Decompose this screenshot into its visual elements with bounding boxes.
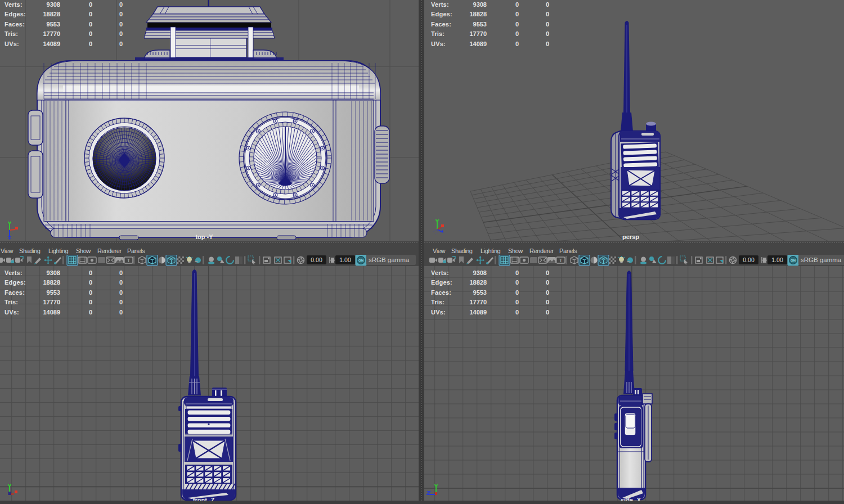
svg-text:ON: ON	[358, 259, 363, 262]
svg-text:T: T	[559, 258, 563, 263]
svg-text:ON: ON	[791, 259, 796, 262]
svg-text:T: T	[127, 258, 131, 263]
